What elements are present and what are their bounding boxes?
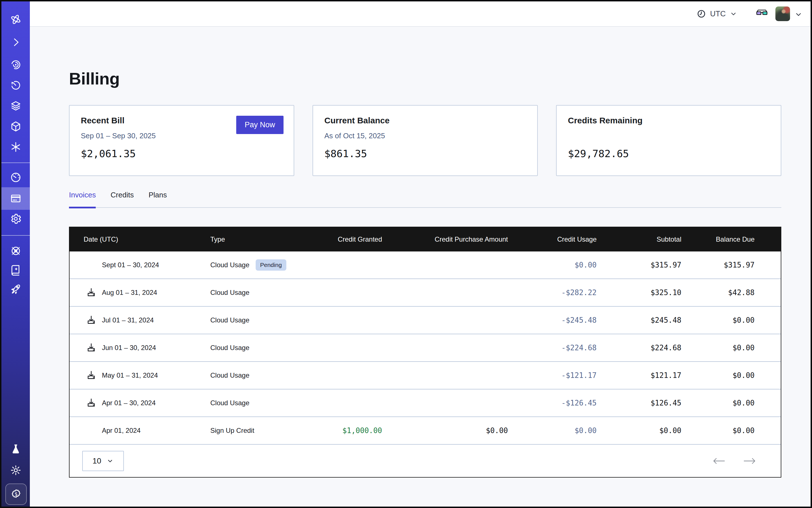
- subtotal: $325.10: [597, 288, 681, 297]
- tab-invoices[interactable]: Invoices: [69, 190, 96, 208]
- balance-due: $0.00: [681, 371, 755, 380]
- invoice-date: Aug 01 – 31, 2024: [102, 289, 157, 297]
- credit-usage: -$245.48: [508, 316, 597, 325]
- sun-icon[interactable]: [9, 464, 22, 476]
- table-row: Apr 01 – 30, 2024 Cloud Usage -$126.45 $…: [70, 389, 781, 417]
- current-balance-card: Current Balance As of Oct 15, 2025 $861.…: [312, 105, 538, 176]
- download-invoice-button[interactable]: [86, 397, 102, 408]
- download-invoice-button[interactable]: [86, 315, 102, 326]
- invoice-date: Sept 01 – 30, 2024: [102, 261, 159, 269]
- gauge-icon[interactable]: [9, 171, 22, 183]
- card-title: Credits Remaining: [568, 116, 642, 125]
- next-page-arrow-icon[interactable]: [743, 456, 757, 466]
- card-amount: $861.35: [324, 148, 367, 159]
- invoice-type: Cloud Usage: [210, 344, 250, 352]
- svg-text:$: $: [15, 491, 17, 497]
- invoice-date: Apr 01, 2024: [102, 427, 140, 434]
- column-header: Type: [210, 236, 314, 243]
- invoices-table: Date (UTC) Type Credit Granted Credit Pu…: [69, 227, 781, 477]
- column-header: Date (UTC): [70, 236, 210, 243]
- dollar-badge-icon: $: [10, 488, 22, 500]
- credit-usage: -$126.45: [508, 399, 597, 407]
- invoice-type: Cloud Usage: [210, 261, 250, 269]
- credit-purchase-amount: $0.00: [382, 426, 508, 435]
- credits-remaining-card: Credits Remaining $29,782.65: [556, 105, 781, 176]
- chevron-down-icon: [730, 10, 737, 17]
- cube-icon[interactable]: [9, 120, 22, 133]
- table-row: Jun 01 – 30, 2024 Cloud Usage -$224.68 $…: [70, 334, 781, 362]
- download-icon: [86, 370, 96, 381]
- previous-page-arrow-icon[interactable]: [712, 456, 726, 466]
- topbar: UTC: [30, 1, 811, 27]
- column-header: Credit Usage: [508, 236, 597, 243]
- user-menu-chevron-down-icon[interactable]: [795, 10, 803, 18]
- billing-card-icon[interactable]: [9, 192, 22, 205]
- download-invoice-button[interactable]: [86, 370, 102, 381]
- invoice-date: Jul 01 – 31, 2024: [102, 316, 154, 324]
- invoice-type: Cloud Usage: [210, 316, 250, 324]
- balance-due: $0.00: [681, 399, 755, 407]
- column-header: Balance Due: [681, 236, 755, 243]
- book-sparkle-icon[interactable]: [9, 264, 22, 277]
- rocket-icon[interactable]: [9, 283, 22, 296]
- layers-icon[interactable]: [9, 100, 22, 112]
- avatar[interactable]: [775, 6, 790, 21]
- download-icon: [86, 315, 96, 326]
- credit-usage: $0.00: [508, 426, 597, 435]
- balance-due: $315.97: [681, 261, 755, 269]
- credit-granted: $1,000.00: [314, 426, 382, 435]
- dollar-badge-button[interactable]: $: [5, 483, 27, 505]
- download-invoice-button[interactable]: [86, 342, 102, 353]
- pay-now-button[interactable]: Pay Now: [236, 116, 284, 134]
- balance-due: $0.00: [681, 426, 755, 435]
- credit-usage: -$224.68: [508, 344, 597, 352]
- recent-bill-card: Recent Bill Sep 01 – Sep 30, 2025 $2,061…: [69, 105, 294, 176]
- page-title: Billing: [69, 69, 120, 88]
- download-invoice-button[interactable]: [86, 287, 102, 298]
- spiral-icon[interactable]: [9, 58, 22, 71]
- invoice-date: May 01 – 31, 2024: [102, 372, 158, 379]
- invoice-type: Cloud Usage: [210, 372, 250, 379]
- column-header: Subtotal: [597, 236, 681, 243]
- credit-usage: $0.00: [508, 261, 597, 269]
- 3d-glasses-button[interactable]: [756, 8, 768, 16]
- subtotal: $126.45: [597, 399, 681, 407]
- invoice-type: Cloud Usage: [210, 289, 250, 297]
- subtotal: $0.00: [597, 426, 681, 435]
- subtotal: $224.68: [597, 344, 681, 352]
- sidebar-divider: [1, 163, 30, 163]
- flask-icon[interactable]: [9, 443, 22, 455]
- timer-icon[interactable]: [9, 79, 22, 91]
- invoice-type: Sign Up Credit: [210, 427, 254, 434]
- tab-plans[interactable]: Plans: [149, 190, 167, 208]
- table-row: May 01 – 31, 2024 Cloud Usage -$121.17 $…: [70, 362, 781, 389]
- subtotal: $315.97: [597, 261, 681, 269]
- page-size-select[interactable]: 10: [82, 451, 124, 471]
- billing-page: $ UTC Billing Recent Bill Sep 01 – Sep 3…: [0, 0, 812, 508]
- status-badge: Pending: [256, 259, 286, 270]
- invoice-type: Cloud Usage: [210, 399, 250, 407]
- sidebar-expand-chevron-right-icon[interactable]: [9, 36, 22, 48]
- column-header: Credit Granted: [314, 236, 382, 243]
- balance-due: $42.88: [681, 288, 755, 297]
- page-size-value: 10: [92, 457, 101, 465]
- billing-tabs: Invoices Credits Plans: [69, 190, 781, 208]
- gear-icon[interactable]: [9, 213, 22, 225]
- download-icon: [86, 287, 96, 298]
- sidebar: $: [1, 1, 30, 507]
- timezone-selector[interactable]: UTC: [696, 1, 737, 26]
- wheel-icon[interactable]: [9, 245, 22, 257]
- timezone-label: UTC: [710, 9, 726, 18]
- credit-usage: -$282.22: [508, 288, 597, 297]
- download-icon: [86, 397, 96, 408]
- balance-due: $0.00: [681, 344, 755, 352]
- download-icon: [86, 342, 96, 353]
- chevron-down-icon: [106, 457, 114, 465]
- balance-due: $0.00: [681, 316, 755, 325]
- card-subtitle: Sep 01 – Sep 30, 2025: [81, 131, 156, 140]
- orbit-logo-icon[interactable]: [9, 13, 22, 26]
- asterisk-icon[interactable]: [9, 141, 22, 153]
- 3d-glasses-icon: [756, 8, 768, 16]
- tab-credits[interactable]: Credits: [111, 190, 134, 208]
- table-row: Aug 01 – 31, 2024 Cloud Usage -$282.22 $…: [70, 279, 781, 307]
